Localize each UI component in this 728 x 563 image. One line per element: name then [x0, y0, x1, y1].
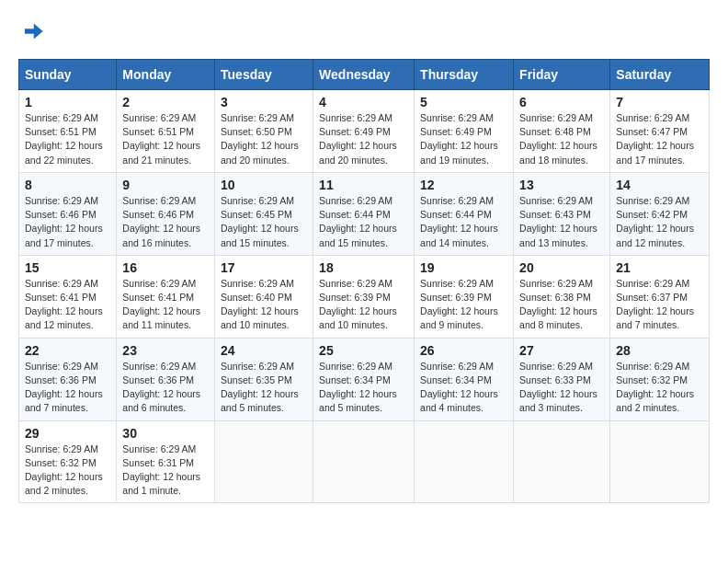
calendar-cell: 29 Sunrise: 6:29 AMSunset: 6:32 PMDaylig… [19, 420, 117, 503]
calendar-cell: 3 Sunrise: 6:29 AMSunset: 6:50 PMDayligh… [215, 90, 313, 173]
calendar-week-4: 22 Sunrise: 6:29 AMSunset: 6:36 PMDaylig… [19, 338, 710, 420]
day-number: 9 [122, 178, 209, 192]
cell-info: Sunrise: 6:29 AMSunset: 6:46 PMDaylight:… [122, 195, 200, 248]
day-number: 2 [122, 95, 209, 109]
cell-info: Sunrise: 6:29 AMSunset: 6:41 PMDaylight:… [122, 278, 200, 331]
calendar-week-1: 1 Sunrise: 6:29 AMSunset: 6:51 PMDayligh… [19, 90, 710, 173]
cell-info: Sunrise: 6:29 AMSunset: 6:33 PMDaylight:… [519, 361, 597, 414]
calendar-cell: 14 Sunrise: 6:29 AMSunset: 6:42 PMDaylig… [610, 172, 710, 255]
day-number: 25 [319, 343, 408, 358]
day-number: 8 [25, 178, 110, 192]
cell-info: Sunrise: 6:29 AMSunset: 6:46 PMDaylight:… [25, 195, 103, 248]
calendar-week-2: 8 Sunrise: 6:29 AMSunset: 6:46 PMDayligh… [19, 172, 710, 255]
cell-info: Sunrise: 6:29 AMSunset: 6:37 PMDaylight:… [616, 278, 694, 331]
calendar-cell: 4 Sunrise: 6:29 AMSunset: 6:49 PMDayligh… [313, 90, 415, 173]
day-number: 18 [319, 260, 408, 275]
calendar-cell: 10 Sunrise: 6:29 AMSunset: 6:45 PMDaylig… [215, 172, 313, 255]
calendar-cell: 21 Sunrise: 6:29 AMSunset: 6:37 PMDaylig… [610, 255, 710, 338]
cell-info: Sunrise: 6:29 AMSunset: 6:34 PMDaylight:… [420, 361, 498, 414]
day-number: 24 [221, 343, 307, 358]
calendar-cell: 20 Sunrise: 6:29 AMSunset: 6:38 PMDaylig… [514, 255, 610, 338]
cell-info: Sunrise: 6:29 AMSunset: 6:34 PMDaylight:… [319, 361, 397, 414]
cell-info: Sunrise: 6:29 AMSunset: 6:49 PMDaylight:… [420, 112, 498, 166]
calendar-cell: 8 Sunrise: 6:29 AMSunset: 6:46 PMDayligh… [19, 172, 117, 255]
calendar-cell: 25 Sunrise: 6:29 AMSunset: 6:34 PMDaylig… [313, 338, 415, 420]
logo [18, 18, 48, 44]
day-number: 29 [25, 426, 110, 441]
calendar-cell [313, 420, 415, 503]
day-number: 3 [221, 95, 307, 109]
calendar-cell: 28 Sunrise: 6:29 AMSunset: 6:32 PMDaylig… [610, 338, 710, 420]
cell-info: Sunrise: 6:29 AMSunset: 6:45 PMDaylight:… [221, 195, 299, 248]
day-number: 17 [221, 260, 307, 275]
calendar-cell: 2 Sunrise: 6:29 AMSunset: 6:51 PMDayligh… [117, 90, 215, 173]
calendar-cell [514, 420, 610, 503]
day-number: 12 [420, 178, 507, 192]
cell-info: Sunrise: 6:29 AMSunset: 6:40 PMDaylight:… [221, 278, 299, 331]
calendar-cell: 16 Sunrise: 6:29 AMSunset: 6:41 PMDaylig… [117, 255, 215, 338]
day-number: 28 [616, 343, 703, 358]
cell-info: Sunrise: 6:29 AMSunset: 6:32 PMDaylight:… [25, 443, 103, 497]
cell-info: Sunrise: 6:29 AMSunset: 6:36 PMDaylight:… [122, 361, 200, 414]
cell-info: Sunrise: 6:29 AMSunset: 6:47 PMDaylight:… [616, 112, 694, 166]
cell-info: Sunrise: 6:29 AMSunset: 6:41 PMDaylight:… [25, 278, 103, 331]
calendar-body: 1 Sunrise: 6:29 AMSunset: 6:51 PMDayligh… [19, 90, 710, 503]
day-number: 30 [122, 426, 209, 441]
weekday-monday: Monday [117, 60, 215, 90]
calendar-table: SundayMondayTuesdayWednesdayThursdayFrid… [18, 59, 710, 503]
page-header [18, 18, 710, 44]
weekday-wednesday: Wednesday [313, 60, 415, 90]
calendar-cell: 19 Sunrise: 6:29 AMSunset: 6:39 PMDaylig… [415, 255, 514, 338]
calendar-cell: 17 Sunrise: 6:29 AMSunset: 6:40 PMDaylig… [215, 255, 313, 338]
day-number: 23 [122, 343, 209, 358]
cell-info: Sunrise: 6:29 AMSunset: 6:51 PMDaylight:… [25, 112, 103, 166]
cell-info: Sunrise: 6:29 AMSunset: 6:32 PMDaylight:… [616, 361, 694, 414]
cell-info: Sunrise: 6:29 AMSunset: 6:31 PMDaylight:… [122, 443, 200, 497]
cell-info: Sunrise: 6:29 AMSunset: 6:48 PMDaylight:… [519, 112, 597, 166]
calendar-cell: 6 Sunrise: 6:29 AMSunset: 6:48 PMDayligh… [514, 90, 610, 173]
logo-icon [18, 18, 44, 44]
cell-info: Sunrise: 6:29 AMSunset: 6:49 PMDaylight:… [319, 112, 397, 166]
calendar-cell: 5 Sunrise: 6:29 AMSunset: 6:49 PMDayligh… [415, 90, 514, 173]
weekday-thursday: Thursday [415, 60, 514, 90]
day-number: 6 [519, 95, 604, 109]
calendar-cell: 12 Sunrise: 6:29 AMSunset: 6:44 PMDaylig… [415, 172, 514, 255]
cell-info: Sunrise: 6:29 AMSunset: 6:36 PMDaylight:… [25, 361, 103, 414]
cell-info: Sunrise: 6:29 AMSunset: 6:50 PMDaylight:… [221, 112, 299, 166]
cell-info: Sunrise: 6:29 AMSunset: 6:35 PMDaylight:… [221, 361, 299, 414]
cell-info: Sunrise: 6:29 AMSunset: 6:44 PMDaylight:… [319, 195, 397, 248]
cell-info: Sunrise: 6:29 AMSunset: 6:39 PMDaylight:… [319, 278, 397, 331]
calendar-week-5: 29 Sunrise: 6:29 AMSunset: 6:32 PMDaylig… [19, 420, 710, 503]
day-number: 5 [420, 95, 507, 109]
day-number: 11 [319, 178, 408, 192]
calendar-cell: 18 Sunrise: 6:29 AMSunset: 6:39 PMDaylig… [313, 255, 415, 338]
day-number: 19 [420, 260, 507, 275]
calendar-cell [415, 420, 514, 503]
calendar-cell: 9 Sunrise: 6:29 AMSunset: 6:46 PMDayligh… [117, 172, 215, 255]
calendar-cell: 11 Sunrise: 6:29 AMSunset: 6:44 PMDaylig… [313, 172, 415, 255]
day-number: 7 [616, 95, 703, 109]
day-number: 20 [519, 260, 604, 275]
cell-info: Sunrise: 6:29 AMSunset: 6:39 PMDaylight:… [420, 278, 498, 331]
day-number: 26 [420, 343, 507, 358]
weekday-tuesday: Tuesday [215, 60, 313, 90]
calendar-cell: 27 Sunrise: 6:29 AMSunset: 6:33 PMDaylig… [514, 338, 610, 420]
calendar-cell: 23 Sunrise: 6:29 AMSunset: 6:36 PMDaylig… [117, 338, 215, 420]
day-number: 10 [221, 178, 307, 192]
calendar-cell: 22 Sunrise: 6:29 AMSunset: 6:36 PMDaylig… [19, 338, 117, 420]
calendar-cell: 30 Sunrise: 6:29 AMSunset: 6:31 PMDaylig… [117, 420, 215, 503]
calendar-cell: 13 Sunrise: 6:29 AMSunset: 6:43 PMDaylig… [514, 172, 610, 255]
calendar-cell: 1 Sunrise: 6:29 AMSunset: 6:51 PMDayligh… [19, 90, 117, 173]
day-number: 15 [25, 260, 110, 275]
day-number: 16 [122, 260, 209, 275]
day-number: 22 [25, 343, 110, 358]
weekday-friday: Friday [514, 60, 610, 90]
cell-info: Sunrise: 6:29 AMSunset: 6:43 PMDaylight:… [519, 195, 597, 248]
day-number: 14 [616, 178, 703, 192]
day-number: 21 [616, 260, 703, 275]
calendar-cell [215, 420, 313, 503]
cell-info: Sunrise: 6:29 AMSunset: 6:42 PMDaylight:… [616, 195, 694, 248]
day-number: 4 [319, 95, 408, 109]
weekday-saturday: Saturday [610, 60, 710, 90]
cell-info: Sunrise: 6:29 AMSunset: 6:51 PMDaylight:… [122, 112, 200, 166]
